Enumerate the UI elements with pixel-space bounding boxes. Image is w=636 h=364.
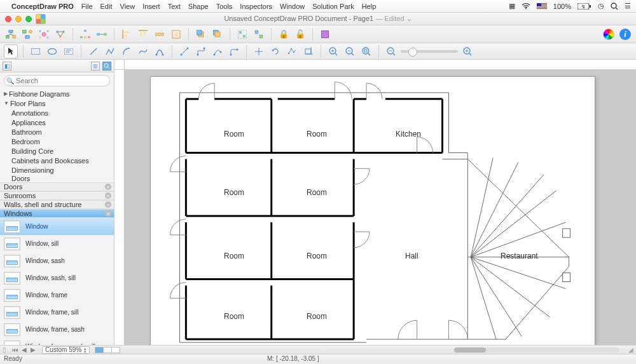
category-walls[interactable]: Walls, shell and structure× xyxy=(0,200,114,209)
zoom-level-selector[interactable]: Custom 59% ▴▾ xyxy=(42,346,90,354)
tool-ellipse-icon[interactable] xyxy=(45,44,59,58)
tool-align-top-icon[interactable] xyxy=(136,27,150,41)
category-close-icon[interactable]: × xyxy=(105,210,111,217)
library-item[interactable]: Window, sash, sill xyxy=(0,269,114,286)
tool-orgchart-icon[interactable] xyxy=(4,27,18,41)
scrollbar-horizontal[interactable] xyxy=(454,347,619,353)
resize-handle-icon[interactable]: ◢ xyxy=(628,346,633,353)
tool-connector-direct-icon[interactable] xyxy=(177,44,191,58)
tree-child[interactable]: Dimensioning xyxy=(0,165,114,175)
window-title[interactable]: Unsaved ConceptDraw PRO Document - Page1… xyxy=(224,15,411,23)
tool-zoom-out-icon[interactable] xyxy=(343,44,357,58)
tree-child[interactable]: Annotations xyxy=(0,108,114,118)
tool-crop-icon[interactable] xyxy=(301,44,315,58)
menu-file[interactable]: File xyxy=(81,3,93,10)
menuextra-battery-icon[interactable]: ↯ xyxy=(577,3,591,10)
tool-arc-icon[interactable] xyxy=(120,44,134,58)
app-name[interactable]: ConceptDraw PRO xyxy=(11,3,74,10)
tree-child[interactable]: Bathroom xyxy=(0,127,114,137)
tool-unlock-icon[interactable]: 🔓 xyxy=(293,27,307,41)
menu-solution-park[interactable]: Solution Park xyxy=(312,3,354,10)
menu-insert[interactable]: Insert xyxy=(142,3,160,10)
page-first-icon[interactable]: ⏮ xyxy=(11,346,19,353)
menu-shape[interactable]: Shape xyxy=(188,3,209,10)
tree-item-floorplans[interactable]: ▼Floor Plans xyxy=(0,98,114,108)
tool-rotation-icon[interactable] xyxy=(268,44,282,58)
tree-child[interactable]: Doors xyxy=(0,175,114,182)
tool-lock-icon[interactable]: 🔒 xyxy=(277,27,291,41)
tool-zoom-in-2-icon[interactable] xyxy=(460,44,474,58)
tool-polyline-icon[interactable] xyxy=(103,44,117,58)
ruler-horizontal[interactable] xyxy=(125,60,636,70)
tool-zoom-out-2-icon[interactable] xyxy=(384,44,398,58)
ruler-vertical[interactable] xyxy=(114,70,125,345)
menu-edit[interactable]: Edit xyxy=(100,3,113,10)
page-canvas[interactable]: Room Room Kitchen Room Room Room Room Ha… xyxy=(150,76,595,345)
category-close-icon[interactable]: × xyxy=(105,184,111,190)
page-tab[interactable] xyxy=(103,347,112,353)
category-doors[interactable]: Doors× xyxy=(0,182,114,191)
tool-align-left-icon[interactable] xyxy=(120,27,134,41)
tool-network-icon[interactable] xyxy=(53,27,67,41)
library-search-icon[interactable] xyxy=(102,62,111,71)
tool-hyperlink-icon[interactable] xyxy=(318,27,332,41)
library-item[interactable]: Window, frame, sill xyxy=(0,304,114,321)
page-tabs[interactable] xyxy=(95,347,120,353)
library-item[interactable]: Window, frame, sash, sill xyxy=(0,338,114,345)
library-item[interactable]: Window, sash xyxy=(0,252,114,269)
tool-flowchart-icon[interactable] xyxy=(20,27,34,41)
menu-text[interactable]: Text xyxy=(168,3,181,10)
tree-child[interactable]: Cabinets and Bookcases xyxy=(0,156,114,165)
library-panel-mode-icon[interactable]: ◧ xyxy=(3,62,11,71)
tool-ungroup-icon[interactable] xyxy=(252,27,266,41)
menuextra-menu-icon[interactable]: ☰ xyxy=(625,2,631,10)
library-grid-view-icon[interactable]: ⊞ xyxy=(91,62,100,71)
tool-pointer-icon[interactable] xyxy=(4,44,18,58)
tool-connector-round-icon[interactable] xyxy=(227,44,241,58)
category-windows[interactable]: Windows× xyxy=(0,209,114,218)
library-search-input[interactable] xyxy=(4,75,110,86)
tool-send-back-icon[interactable] xyxy=(211,27,225,41)
tool-bezier-icon[interactable] xyxy=(153,44,167,58)
page-tab[interactable] xyxy=(95,347,104,353)
category-close-icon[interactable]: × xyxy=(105,201,111,208)
ruler-corner[interactable] xyxy=(114,60,125,70)
page-tab[interactable] xyxy=(111,347,120,353)
tree-child[interactable]: Bedroom xyxy=(0,137,114,146)
tool-line-icon[interactable] xyxy=(86,44,100,58)
traffic-light-close[interactable] xyxy=(5,16,11,22)
tool-zoom-in-icon[interactable] xyxy=(326,44,340,58)
tool-rectangle-icon[interactable] xyxy=(29,44,43,58)
library-item[interactable]: Window, frame, sash xyxy=(0,321,114,338)
splitter-handle-icon[interactable]: ▯ xyxy=(3,346,6,353)
library-item[interactable]: Window, frame xyxy=(0,286,114,304)
tool-connector-smart-icon[interactable] xyxy=(194,44,208,58)
tool-spline-icon[interactable] xyxy=(136,44,150,58)
page-viewport[interactable]: Room Room Kitchen Room Room Room Room Ha… xyxy=(125,70,636,345)
library-item[interactable]: Window xyxy=(0,218,114,235)
traffic-light-minimize[interactable] xyxy=(15,16,22,22)
tool-chain-icon[interactable] xyxy=(95,27,109,41)
tree-item-fishbone[interactable]: ▶Fishbone Diagrams xyxy=(0,89,114,98)
tool-color-wheel-icon[interactable] xyxy=(602,27,616,41)
menuextra-spotlight-icon[interactable] xyxy=(611,3,618,10)
page-prev-icon[interactable]: ◀ xyxy=(20,346,28,353)
tool-distribute-icon[interactable] xyxy=(153,27,167,41)
category-close-icon[interactable]: × xyxy=(105,192,111,199)
menu-help[interactable]: Help xyxy=(362,3,377,10)
menu-view[interactable]: View xyxy=(120,3,135,10)
menuextra-grid-icon[interactable]: ▦ xyxy=(509,2,515,10)
tool-bring-front-icon[interactable] xyxy=(194,27,208,41)
tool-info-icon[interactable]: i xyxy=(618,27,632,41)
category-sunrooms[interactable]: Sunrooms× xyxy=(0,191,114,200)
tool-edit-points-icon[interactable] xyxy=(285,44,299,58)
tool-connection-point-icon[interactable] xyxy=(252,44,266,58)
page-next-icon[interactable]: ▶ xyxy=(29,346,37,353)
tree-child[interactable]: Building Core xyxy=(0,146,114,156)
tool-group-icon[interactable] xyxy=(235,27,249,41)
library-item[interactable]: Window, sill xyxy=(0,235,114,252)
tool-size-icon[interactable] xyxy=(169,27,183,41)
tool-tree-icon[interactable] xyxy=(78,27,92,41)
menuextra-clock-icon[interactable]: ◷ xyxy=(598,2,604,10)
tree-child[interactable]: Appliances xyxy=(0,118,114,127)
